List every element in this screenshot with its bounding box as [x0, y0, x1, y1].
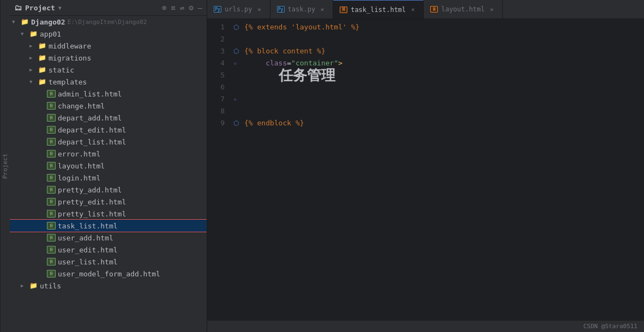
tree-arrow: ▶	[29, 55, 38, 61]
tree-item-user_list.html[interactable]: H user_list.html	[10, 256, 207, 268]
tree-item-depart_edit.html[interactable]: H depart_edit.html	[10, 124, 207, 136]
tree-label: middleware	[49, 42, 91, 50]
tree-item-user_edit.html[interactable]: H user_edit.html	[10, 244, 207, 256]
code-segment: >	[338, 59, 342, 67]
html-file-icon: H	[47, 258, 56, 265]
collapse-icon[interactable]: ⇌	[180, 3, 184, 12]
tab-label-layout.html: layout.html	[441, 5, 484, 13]
code-segment: 任务管理	[279, 69, 335, 81]
tab-close-task_list.html[interactable]: ✕	[409, 6, 417, 14]
code-segment	[244, 69, 279, 81]
tree-label: user_model_form_add.html	[58, 270, 160, 278]
tree-label: app01	[40, 30, 61, 38]
tree-item-admin_list.html[interactable]: H admin_list.html	[10, 88, 207, 100]
tree-label: login.html	[58, 174, 100, 182]
tree-item-user_model_form_add.html[interactable]: H user_model_form_add.html	[10, 268, 207, 280]
folder-icon: 📁	[38, 54, 46, 62]
line-numbers: 123456789	[207, 19, 229, 320]
folder-icon: 📁	[38, 66, 46, 74]
sidebar-header: 🗂 Project ▼ ⊕ ≡ ⇌ ⚙ —	[10, 0, 207, 16]
code-line-9: ⬡{% endblock %}	[233, 117, 644, 129]
tab-task_list.html[interactable]: H task_list.html ✕	[333, 0, 424, 19]
arrow-gutter-icon: ⬦	[233, 93, 244, 105]
tree-label: task_list.html	[58, 222, 118, 230]
tree-item-django02[interactable]: ▼ 📁 Django02 E:\DjangoItem\Django02	[10, 16, 207, 28]
add-folder-icon[interactable]: ≡	[171, 3, 175, 12]
tree-item-pretty_edit.html[interactable]: H pretty_edit.html	[10, 196, 207, 208]
tree-item-pretty_add.html[interactable]: H pretty_add.html	[10, 184, 207, 196]
tab-label-task_list.html: task_list.html	[351, 6, 406, 14]
arrow-gutter-icon: ⬦	[233, 57, 244, 69]
settings-icon[interactable]: ⚙	[189, 3, 193, 12]
tree-label: pretty_add.html	[58, 186, 122, 194]
tree-item-depart_list.html[interactable]: H depart_list.html	[10, 136, 207, 148]
tab-urls.py[interactable]: Py urls.py ✕	[207, 0, 270, 19]
html-file-icon: H	[47, 234, 56, 242]
tree-item-pretty_list.html[interactable]: H pretty_list.html	[10, 208, 207, 220]
django-gutter-icon: ⬡	[233, 21, 244, 33]
add-file-icon[interactable]: ⊕	[162, 3, 166, 12]
tab-layout.html[interactable]: H layout.html ✕	[424, 0, 502, 19]
tree-item-migrations[interactable]: ▶ 📁 migrations	[10, 52, 207, 64]
caret-icon: ▼	[58, 5, 62, 11]
tab-icon-urls.py: Py	[214, 6, 221, 13]
tree-arrow: ▼	[29, 79, 38, 84]
tree-label: change.html	[58, 102, 105, 110]
tree-label: depart_list.html	[58, 138, 126, 146]
html-file-icon: H	[47, 90, 56, 98]
code-line-1: ⬡{% extends 'layout.html' %}	[233, 21, 644, 33]
code-line-7: ⬦	[233, 93, 644, 105]
line-number-9: 9	[207, 117, 225, 129]
tree-item-user_add.html[interactable]: H user_add.html	[10, 232, 207, 244]
tab-close-task.py[interactable]: ✕	[318, 5, 326, 13]
code-line-5: 任务管理	[233, 69, 644, 81]
sidebar-toolbar: ⊕ ≡ ⇌ ⚙ —	[162, 3, 202, 12]
tree-item-app01[interactable]: ▼ 📁 app01	[10, 28, 207, 40]
tree-label: layout.html	[58, 162, 105, 170]
code-segment: {% endblock %}	[244, 117, 304, 129]
sidebar-title: Project	[25, 4, 55, 12]
tree-label: Django02	[31, 18, 65, 26]
html-file-icon: H	[47, 162, 56, 170]
code-segment: class	[266, 59, 287, 67]
folder-icon: 📁	[29, 282, 38, 289]
tree-item-task_list.html[interactable]: H task_list.html	[10, 220, 207, 232]
tree-item-error.html[interactable]: H error.html	[10, 148, 207, 160]
code-line-3: ⬡{% block content %}	[233, 45, 644, 57]
line-number-1: 1	[207, 21, 225, 33]
tree-item-utils[interactable]: ▶ 📁 utils	[10, 280, 207, 292]
code-line-8	[233, 105, 644, 117]
tree-label: migrations	[49, 54, 91, 62]
tree-label: user_edit.html	[58, 246, 118, 254]
folder-icon: 📁	[21, 18, 29, 26]
tab-task.py[interactable]: Py task.py ✕	[270, 0, 334, 19]
code-segment	[244, 57, 261, 69]
vertical-project-label: Project	[0, 0, 10, 332]
html-file-icon: H	[47, 138, 56, 146]
tab-close-layout.html[interactable]: ✕	[488, 5, 496, 13]
tree-item-change.html[interactable]: H change.html	[10, 100, 207, 112]
minimize-icon[interactable]: —	[198, 3, 202, 12]
tab-close-urls.py[interactable]: ✕	[256, 5, 263, 13]
line-number-6: 6	[207, 81, 225, 93]
code-segment	[244, 93, 261, 105]
tree-item-templates[interactable]: ▼ 📁 templates	[10, 76, 207, 88]
django-gutter-icon: ⬡	[233, 45, 244, 57]
tab-icon-layout.html: H	[430, 6, 438, 13]
tree-item-login.html[interactable]: H login.html	[10, 172, 207, 184]
editor-area: Py urls.py ✕ Py task.py ✕ H task_list.ht…	[207, 0, 644, 332]
tree-label: templates	[49, 78, 87, 86]
tree-item-layout.html[interactable]: H layout.html	[10, 160, 207, 172]
code-content[interactable]: ⬡{% extends 'layout.html' %}⬡{% block co…	[229, 19, 644, 320]
code-segment: {% block content %}	[244, 45, 326, 57]
tree-label: depart_add.html	[58, 114, 122, 122]
tab-bar: Py urls.py ✕ Py task.py ✕ H task_list.ht…	[207, 0, 644, 19]
tree-arrow: ▶	[29, 67, 38, 73]
status-credit: CSDN @Stara0511	[583, 323, 637, 330]
tree-item-middleware[interactable]: ▶ 📁 middleware	[10, 40, 207, 52]
tree-item-static[interactable]: ▶ 📁 static	[10, 64, 207, 76]
sidebar-title-group: 🗂 Project ▼	[14, 3, 62, 12]
html-file-icon: H	[47, 186, 56, 194]
tree-item-depart_add.html[interactable]: H depart_add.html	[10, 112, 207, 124]
tree-label: user_add.html	[58, 234, 113, 242]
